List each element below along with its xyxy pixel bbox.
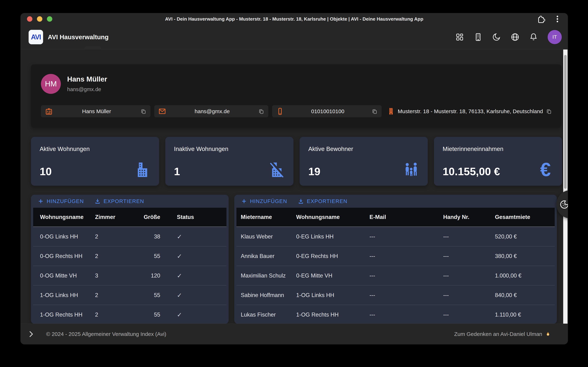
memorial-text-container: Zum Gedenken an Avi-Daniel Ulman [454, 330, 551, 338]
memorial-text: Zum Gedenken an Avi-Daniel Ulman [454, 331, 542, 337]
stat-label: Aktive Bewohner [308, 146, 353, 152]
stat-card-active-residents: Aktive Bewohner 19 [300, 137, 428, 186]
residents-icon [402, 161, 420, 178]
main-content: HM Hans Müller hans@gmx.de Hans Müller [20, 50, 568, 324]
dashboard-icon[interactable] [455, 33, 464, 42]
table-row[interactable]: Sabine Hoffmann1-OG Links HH ------ 840,… [236, 285, 555, 305]
copy-icon[interactable] [140, 108, 147, 114]
download-icon [94, 198, 101, 204]
stat-value: 19 [308, 165, 320, 178]
table-row[interactable]: Maximilian Schulz0-EG Mitte VH ------ 1.… [236, 266, 555, 285]
contact-field-name: Hans Müller [41, 105, 150, 117]
copy-icon[interactable] [372, 108, 378, 114]
mail-icon [158, 107, 166, 115]
app-header: AVI AVI Hausverwaltung [20, 25, 568, 49]
status-check-icon: ✓ [160, 253, 220, 260]
stat-value: 10 [40, 165, 52, 178]
table-row[interactable]: Klaus Weber0-EG Links HH ------ 520,00 € [236, 227, 555, 246]
status-check-icon: ✓ [160, 311, 220, 318]
stat-label: Mieterinneneinnahmen [443, 146, 503, 152]
app-footer: © 2024 - 2025 Allgemeiner Verwaltung Ind… [20, 324, 568, 344]
stat-card-rental-income: Mieterinneneinnahmen 10.155,00 € € [434, 137, 562, 186]
table-row[interactable]: 1-OG Rechts HH2 55✓ [33, 305, 226, 324]
copy-icon[interactable] [258, 108, 264, 114]
stat-label: Inaktive Wohnungen [174, 146, 228, 152]
building-off-icon [268, 161, 285, 178]
table-row[interactable]: 1-OG Links HH2 55✓ [33, 285, 226, 305]
scrollbar-thumb[interactable] [564, 55, 567, 189]
euro-icon: € [537, 161, 554, 178]
status-check-icon: ✓ [160, 233, 220, 240]
cookie-icon [559, 199, 568, 209]
contact-name-value: Hans Müller [53, 108, 140, 114]
stat-card-inactive-apartments: Inaktive Wohnungen 1 [165, 137, 294, 186]
avi-logo-mark: AVI [29, 30, 43, 44]
id-badge-icon [45, 107, 53, 115]
plus-icon [241, 198, 247, 204]
scrollbar-track[interactable] [563, 50, 568, 324]
apartments-panel: HINZUFÜGEN EXPORTIEREN Wohnungsname Zimm… [31, 195, 229, 324]
export-tenants-button[interactable]: EXPORTIEREN [298, 198, 347, 204]
building-icon[interactable] [474, 33, 483, 42]
tenants-panel: HINZUFÜGEN EXPORTIEREN Mietername Wohnun… [234, 195, 557, 324]
add-tenant-button[interactable]: HINZUFÜGEN [241, 198, 287, 204]
browser-menu-icon[interactable] [553, 15, 562, 23]
candle-flame-icon [545, 330, 551, 338]
table-row[interactable]: Lukas Fischer1-OG Rechts HH ------ 1.110… [236, 305, 555, 324]
building-icon [134, 161, 151, 178]
table-row[interactable]: 0-OG Links HH2 38✓ [33, 227, 226, 246]
contact-field-email: hans@gmx.de [154, 105, 268, 117]
scrolled-element-remnant [85, 46, 101, 50]
status-check-icon: ✓ [160, 272, 220, 279]
page-title: AVI - Dein Hausverwaltung App - Musterst… [20, 13, 568, 25]
copyright-text: © 2024 - 2025 Allgemeiner Verwaltung Ind… [46, 331, 166, 337]
app-name: AVI Hausverwaltung [48, 33, 109, 41]
contact-field-address: Musterstr. 18 - Musterstr. 18, 76133, Ka… [385, 105, 551, 117]
stat-card-active-apartments: Aktive Wohnungen 10 [31, 137, 159, 186]
contact-name: Hans Müller [67, 75, 107, 83]
stat-value: 10.155,00 € [443, 165, 500, 178]
table-row[interactable]: Annika Bauer0-EG Rechts HH ------ 380,00… [236, 246, 555, 266]
table-row[interactable]: 0-OG Rechts HH2 55✓ [33, 246, 226, 266]
notifications-bell-icon[interactable] [529, 33, 538, 42]
contact-address-value: Musterstr. 18 - Musterstr. 18, 76133, Ka… [398, 108, 543, 114]
contact-avatar: HM [41, 74, 61, 94]
stat-value: 1 [174, 165, 180, 178]
stat-label: Aktive Wohnungen [40, 146, 90, 152]
contact-field-phone: 01010010100 [272, 105, 382, 117]
phone-icon [276, 107, 284, 115]
copy-icon[interactable] [546, 108, 552, 114]
language-globe-icon[interactable] [511, 33, 519, 42]
contact-email-value: hans@gmx.de [166, 108, 258, 114]
app-logo[interactable]: AVI AVI Hausverwaltung [29, 30, 109, 44]
export-apartments-button[interactable]: EXPORTIEREN [94, 198, 144, 204]
contact-phone-value: 01010010100 [284, 108, 372, 114]
table-row[interactable]: 0-OG Mitte VH3 120✓ [33, 266, 226, 285]
contact-email: hans@gmx.de [67, 86, 101, 92]
building-icon [387, 107, 395, 115]
extensions-icon[interactable] [536, 15, 545, 23]
add-apartment-button[interactable]: HINZUFÜGEN [37, 198, 84, 204]
apartments-table-header: Wohnungsname Zimmer Größe Status [33, 208, 226, 227]
dark-mode-moon-icon[interactable] [492, 33, 501, 42]
browser-titlebar: AVI - Dein Hausverwaltung App - Musterst… [20, 13, 568, 25]
chevron-right-icon[interactable] [27, 330, 35, 338]
download-icon [298, 198, 304, 204]
browser-window: AVI - Dein Hausverwaltung App - Musterst… [20, 13, 568, 344]
contact-card: HM Hans Müller hans@gmx.de Hans Müller [31, 64, 561, 128]
user-avatar[interactable]: IT [548, 30, 562, 44]
plus-icon [37, 198, 44, 204]
tenants-table-header: Mietername Wohnungsname E-Mail Handy Nr.… [236, 208, 555, 227]
status-check-icon: ✓ [160, 292, 220, 299]
